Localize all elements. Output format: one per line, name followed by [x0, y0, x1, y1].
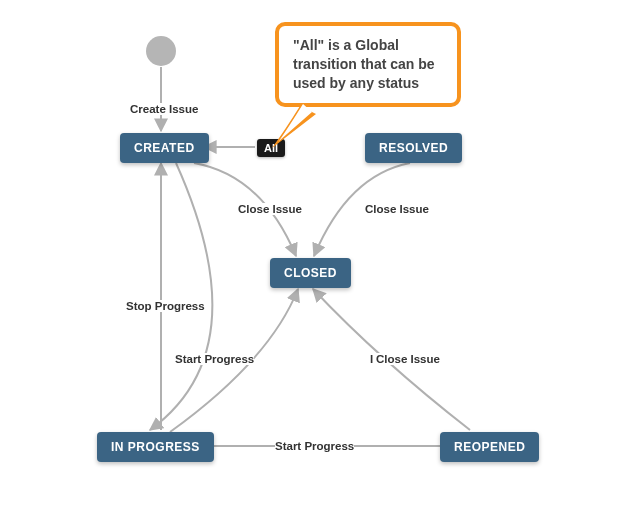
edge-label-create-issue: Create Issue — [130, 103, 198, 115]
edge-label-stop-progress: Stop Progress — [126, 300, 205, 312]
callout-bubble: "All" is a Global transition that can be… — [275, 22, 461, 107]
start-node — [146, 36, 176, 66]
workflow-diagram: Create Issue CREATED RESOLVED CLOSED IN … — [0, 0, 619, 517]
status-resolved[interactable]: RESOLVED — [365, 133, 462, 163]
edge-label-close-issue-lower: Close Issue — [376, 353, 440, 365]
status-created[interactable]: CREATED — [120, 133, 209, 163]
edge-label-start-progress-left: Start Progress — [175, 353, 254, 365]
status-closed[interactable]: CLOSED — [270, 258, 351, 288]
callout-text: "All" is a Global transition that can be… — [293, 37, 435, 91]
edge-label-start-progress-bottom: Start Progress — [275, 440, 354, 452]
edge-label-close-issue-left: Close Issue — [238, 203, 302, 215]
edge-label-resolve-divider: I — [370, 353, 373, 365]
status-reopened[interactable]: REOPENED — [440, 432, 539, 462]
edge-label-close-issue-right: Close Issue — [365, 203, 429, 215]
global-transition-all[interactable]: All — [257, 139, 285, 157]
status-in-progress[interactable]: IN PROGRESS — [97, 432, 214, 462]
